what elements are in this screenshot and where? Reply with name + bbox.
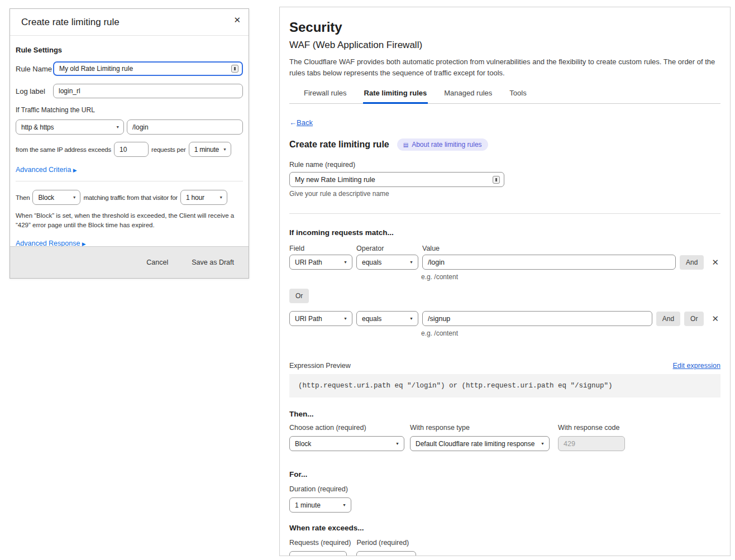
dialog-body: Rule Settings Rule Name Log label If Tra… [10, 36, 249, 274]
select-arrow-icon: ▼ [223, 147, 227, 151]
response-code-label: With response code [558, 424, 625, 432]
period-select[interactable]: 1 minute ▼ [356, 551, 416, 556]
response-type-label: With response type [410, 424, 550, 432]
period-select[interactable]: 1 minute ▼ [189, 142, 231, 157]
tab-rate-limiting-rules[interactable]: Rate limiting rules [363, 89, 428, 104]
back-arrow-icon: ← [289, 118, 297, 127]
value-helper: e.g. /content [421, 329, 720, 337]
requests-input[interactable] [289, 551, 347, 556]
rule-name-helper: Give your rule a descriptive name [289, 190, 720, 198]
select-arrow-icon: ▼ [343, 260, 347, 264]
operator-select[interactable]: equals ▼ [356, 311, 418, 326]
operator-column-label: Operator [356, 245, 422, 252]
duration-label: Duration (required) [289, 485, 720, 493]
tab-firewall-rules[interactable]: Firewall rules [303, 89, 348, 103]
traffic-match-label: If Traffic Matching the URL [16, 106, 243, 114]
cancel-button[interactable]: Cancel [146, 259, 168, 266]
security-waf-panel: Security WAF (Web Application Firewall) … [279, 7, 731, 556]
page-title: Security [289, 20, 720, 35]
log-label-label: Log label [16, 87, 53, 95]
choose-action-label: Choose action (required) [289, 424, 404, 432]
url-match-row: http & https ▼ [16, 119, 243, 135]
select-arrow-icon: ▼ [409, 317, 413, 320]
advanced-criteria-link[interactable]: Advanced Criteria ▶ [16, 166, 77, 174]
threshold-prefix-text: from the same IP address exceeds [16, 146, 111, 153]
log-label-row: Log label [16, 84, 243, 98]
action-select[interactable]: Block ▼ [32, 190, 80, 205]
requests-label: Requests (required) [289, 539, 351, 547]
edit-expression-link[interactable]: Edit expression [673, 362, 720, 370]
select-arrow-icon: ▼ [219, 195, 223, 199]
page-subtitle: WAF (Web Application Firewall) [289, 40, 720, 51]
log-label-input[interactable] [53, 84, 243, 98]
rule-name-row: Rule Name [16, 61, 243, 76]
condition-row: URI Path ▼ equals ▼ And Or ✕ [289, 311, 720, 326]
close-icon[interactable]: ✕ [233, 16, 241, 24]
expander-triangle-icon: ▶ [73, 167, 77, 173]
period-label: Period (required) [356, 539, 416, 547]
expression-code: (http.request.uri.path eq "/login") or (… [289, 374, 720, 398]
value-input[interactable] [422, 255, 676, 270]
response-code-input [558, 436, 625, 451]
waf-tabs: Firewall rules Rate limiting rules Manag… [289, 89, 720, 104]
or-button[interactable]: Or [684, 312, 704, 326]
select-arrow-icon: ▼ [395, 442, 399, 446]
section-divider [289, 213, 720, 214]
remove-condition-icon[interactable]: ✕ [710, 314, 720, 324]
tab-tools[interactable]: Tools [508, 89, 527, 103]
rule-name-label: Rule Name [16, 65, 53, 73]
rule-name-input[interactable] [53, 61, 243, 76]
url-input[interactable] [127, 119, 243, 135]
operator-select[interactable]: equals ▼ [356, 255, 418, 270]
then-section-title: Then... [289, 410, 720, 418]
about-rate-limiting-badge[interactable]: ▤ About rate limiting rules [397, 138, 488, 151]
rate-section-title: When rate exceeds... [289, 524, 720, 532]
select-arrow-icon: ▼ [409, 260, 413, 264]
and-button[interactable]: And [680, 255, 704, 270]
value-input[interactable] [422, 311, 652, 326]
divider [16, 181, 243, 181]
response-type-select[interactable]: Default Cloudflare rate limiting respons… [410, 436, 550, 451]
expression-preview-label: Expression Preview [289, 362, 351, 370]
threshold-row: from the same IP address exceeds request… [16, 142, 243, 157]
expander-triangle-icon: ▶ [82, 241, 86, 247]
autofill-extension-icon [493, 176, 500, 184]
for-section-title: For... [289, 470, 720, 478]
rule-settings-heading: Rule Settings [16, 46, 243, 54]
action-select[interactable]: Block ▼ [289, 436, 404, 451]
and-button[interactable]: And [656, 312, 680, 326]
rule-name-input[interactable] [289, 172, 504, 187]
field-column-label: Field [289, 245, 356, 252]
value-helper: e.g. /content [421, 273, 720, 281]
remove-condition-icon[interactable]: ✕ [710, 257, 720, 267]
save-as-draft-button[interactable]: Save as Draft [192, 259, 234, 266]
threshold-input[interactable] [114, 142, 149, 157]
field-select[interactable]: URI Path ▼ [289, 311, 352, 326]
select-arrow-icon: ▼ [116, 125, 120, 129]
select-arrow-icon: ▼ [342, 503, 346, 507]
match-section-title: If incoming requests match... [289, 228, 720, 237]
dialog-footer: Cancel Save as Draft [10, 246, 249, 278]
back-link[interactable]: ←Back [289, 118, 313, 127]
then-row: Then Block ▼ matching traffic from that … [16, 190, 243, 205]
value-column-label: Value [422, 245, 440, 252]
tab-managed-rules[interactable]: Managed rules [443, 89, 493, 103]
select-arrow-icon: ▼ [73, 195, 77, 199]
or-connector-button[interactable]: Or [289, 289, 309, 303]
duration-select[interactable]: 1 minute ▼ [289, 497, 351, 513]
then-middle-text: matching traffic from that visitor for [83, 194, 178, 201]
rule-name-label: Rule name (required) [289, 161, 720, 169]
doc-icon: ▤ [403, 142, 408, 148]
block-note-text: When “Block” is set, when the threshold … [16, 211, 243, 231]
threshold-middle-text: requests per [151, 146, 186, 153]
form-title: Create rate limiting rule [289, 140, 389, 150]
dialog-header: Create rate limiting rule ✕ [10, 9, 249, 36]
select-arrow-icon: ▼ [541, 442, 545, 446]
select-arrow-icon: ▼ [343, 317, 347, 320]
create-rate-limiting-rule-dialog: Create rate limiting rule ✕ Rule Setting… [9, 8, 249, 279]
then-label: Then [16, 194, 30, 201]
scheme-select[interactable]: http & https ▼ [16, 119, 124, 135]
dialog-title: Create rate limiting rule [21, 17, 120, 28]
block-duration-select[interactable]: 1 hour ▼ [180, 190, 227, 205]
field-select[interactable]: URI Path ▼ [289, 255, 352, 270]
